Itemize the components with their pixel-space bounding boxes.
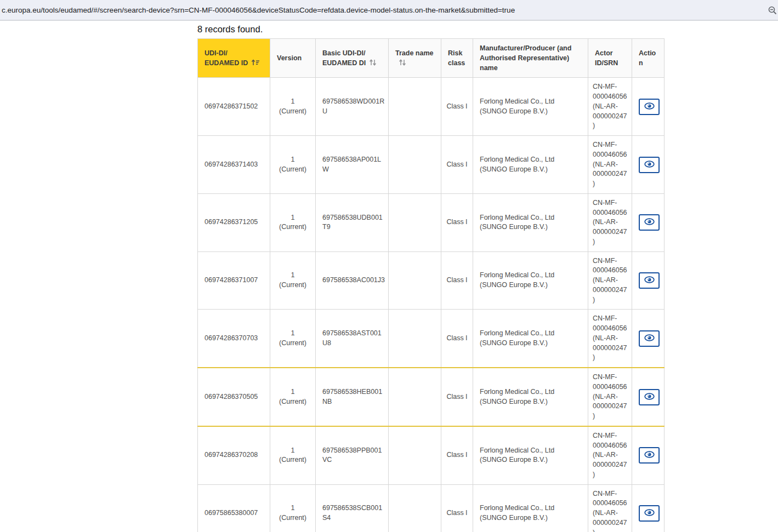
- actor-id-cell: CN-MF-000046056 (NL-AR-000000247): [588, 310, 632, 368]
- version-cell: 1(Current): [270, 251, 316, 310]
- basic-udi-cell: 697586538WD001RU: [316, 78, 389, 136]
- authorised-representative-name: (SUNGO Europe B.V.): [480, 107, 581, 117]
- udi-di-cell: 06974286370505: [198, 368, 270, 426]
- risk-class-cell: Class I: [441, 136, 473, 194]
- eye-icon: [644, 218, 655, 227]
- risk-class-cell: Class I: [441, 251, 473, 310]
- column-header-trade-name[interactable]: Trade name: [389, 39, 441, 78]
- version-number: 1: [277, 213, 309, 223]
- version-cell: 1(Current): [270, 78, 316, 136]
- table-row: 069742863705051(Current)697586538HEB001N…: [198, 368, 665, 426]
- trade-name-cell: [389, 368, 441, 426]
- eye-icon: [644, 276, 655, 285]
- zoom-out-icon[interactable]: [768, 6, 777, 15]
- view-device-button[interactable]: [639, 330, 660, 347]
- basic-udi-cell: 697586538HEB001NB: [316, 368, 389, 426]
- url-text[interactable]: c.europa.eu/tools/eudamed/#/screen/searc…: [0, 6, 778, 14]
- udi-di-cell: 06974286371205: [198, 193, 270, 251]
- version-cell: 1(Current): [270, 426, 316, 484]
- version-cell: 1(Current): [270, 484, 316, 532]
- udi-di-cell: 06975865380007: [198, 484, 270, 532]
- version-cell: 1(Current): [270, 193, 316, 251]
- column-header-actor-id: Actor ID/SRN: [588, 39, 632, 78]
- eye-icon: [644, 393, 655, 402]
- risk-class-cell: Class I: [441, 193, 473, 251]
- version-number: 1: [277, 97, 309, 107]
- version-state: (Current): [277, 339, 309, 348]
- manufacturer-name: Forlong Medical Co., Ltd: [480, 271, 581, 281]
- actor-id-cell: CN-MF-000046056 (NL-AR-000000247): [588, 484, 632, 532]
- authorised-representative-name: (SUNGO Europe B.V.): [480, 281, 581, 290]
- version-state: (Current): [277, 281, 309, 290]
- action-cell: [632, 426, 665, 484]
- actor-id-cell: CN-MF-000046056 (NL-AR-000000247): [588, 251, 632, 310]
- risk-class-cell: Class I: [441, 368, 473, 426]
- manufacturer-cell: Forlong Medical Co., Ltd(SUNGO Europe B.…: [473, 310, 588, 368]
- trade-name-cell: [389, 78, 441, 136]
- trade-name-cell: [389, 484, 441, 532]
- manufacturer-cell: Forlong Medical Co., Ltd(SUNGO Europe B.…: [473, 193, 588, 251]
- sort-icon[interactable]: [369, 59, 377, 68]
- sort-ascending-icon[interactable]: [251, 59, 260, 68]
- manufacturer-name: Forlong Medical Co., Ltd: [480, 155, 581, 165]
- basic-udi-cell: 697586538AC001J3: [316, 251, 389, 310]
- table-row: 069742863712051(Current)697586538UDB001T…: [198, 193, 665, 251]
- authorised-representative-name: (SUNGO Europe B.V.): [480, 513, 581, 523]
- trade-name-cell: [389, 426, 441, 484]
- view-device-button[interactable]: [639, 447, 660, 464]
- version-number: 1: [277, 387, 309, 397]
- view-device-button[interactable]: [639, 272, 660, 289]
- table-row: 069742863715021(Current)697586538WD001RU…: [198, 78, 665, 136]
- actor-id-cell: CN-MF-000046056 (NL-AR-000000247): [588, 368, 632, 426]
- udi-di-cell: 06974286371502: [198, 78, 270, 136]
- action-cell: [632, 368, 665, 426]
- column-header-udi-di[interactable]: UDI-DI/ EUDAMED ID: [198, 39, 270, 78]
- action-cell: [632, 251, 665, 310]
- records-found-text: 8 records found.: [197, 24, 263, 35]
- version-number: 1: [277, 155, 309, 165]
- manufacturer-name: Forlong Medical Co., Ltd: [480, 213, 581, 223]
- view-device-button[interactable]: [639, 99, 660, 115]
- eye-icon: [644, 334, 655, 343]
- version-number: 1: [277, 271, 309, 281]
- eye-icon: [644, 509, 655, 518]
- view-device-button[interactable]: [639, 389, 660, 405]
- column-header-action: Action: [632, 39, 665, 78]
- version-state: (Current): [277, 222, 309, 232]
- table-row: 069742863714031(Current)697586538AP001LW…: [198, 136, 665, 194]
- table-row: 069742863702081(Current)697586538PPB001V…: [198, 426, 665, 484]
- table-row: 069742863710071(Current)697586538AC001J3…: [198, 251, 665, 310]
- table-header-row: UDI-DI/ EUDAMED ID Version Basic UDI-DI/…: [198, 39, 665, 78]
- view-device-button[interactable]: [639, 505, 660, 522]
- version-state: (Current): [277, 455, 309, 465]
- sort-icon[interactable]: [399, 59, 406, 68]
- manufacturer-cell: Forlong Medical Co., Ltd(SUNGO Europe B.…: [473, 368, 588, 426]
- basic-udi-cell: 697586538PPB001VC: [316, 426, 389, 484]
- device-results-table: UDI-DI/ EUDAMED ID Version Basic UDI-DI/…: [197, 38, 665, 532]
- trade-name-cell: [389, 136, 441, 194]
- authorised-representative-name: (SUNGO Europe B.V.): [480, 165, 581, 175]
- view-device-button[interactable]: [639, 214, 660, 231]
- version-state: (Current): [277, 513, 309, 523]
- action-cell: [632, 484, 665, 532]
- browser-address-bar[interactable]: c.europa.eu/tools/eudamed/#/screen/searc…: [0, 0, 778, 21]
- manufacturer-cell: Forlong Medical Co., Ltd(SUNGO Europe B.…: [473, 136, 588, 194]
- risk-class-cell: Class I: [441, 310, 473, 368]
- column-header-basic-udi[interactable]: Basic UDI-DI/ EUDAMED DI: [316, 39, 389, 78]
- action-cell: [632, 78, 665, 136]
- version-state: (Current): [277, 107, 309, 117]
- actor-id-cell: CN-MF-000046056 (NL-AR-000000247): [588, 426, 632, 484]
- trade-name-cell: [389, 310, 441, 368]
- manufacturer-name: Forlong Medical Co., Ltd: [480, 97, 581, 107]
- table-row: 069758653800071(Current)697586538SCB001S…: [198, 484, 665, 532]
- basic-udi-cell: 697586538SCB001S4: [316, 484, 389, 532]
- manufacturer-cell: Forlong Medical Co., Ltd(SUNGO Europe B.…: [473, 251, 588, 310]
- column-header-manufacturer: Manufacturer/Producer (and Authorised Re…: [473, 39, 588, 78]
- basic-udi-cell: 697586538UDB001T9: [316, 193, 389, 251]
- manufacturer-name: Forlong Medical Co., Ltd: [480, 329, 581, 339]
- manufacturer-cell: Forlong Medical Co., Ltd(SUNGO Europe B.…: [473, 78, 588, 136]
- manufacturer-name: Forlong Medical Co., Ltd: [480, 446, 581, 456]
- trade-name-cell: [389, 193, 441, 251]
- view-device-button[interactable]: [639, 157, 660, 173]
- eye-icon: [644, 451, 655, 460]
